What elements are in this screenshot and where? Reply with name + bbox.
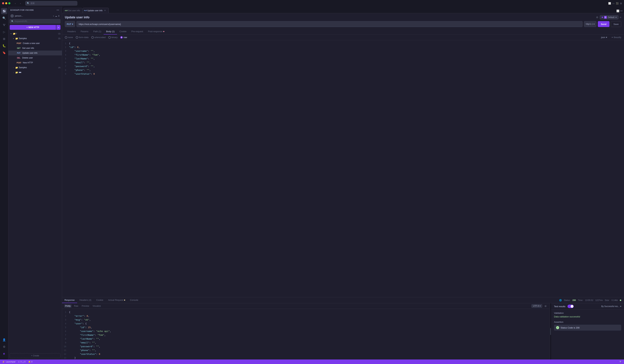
layout-icon[interactable]: ⬜	[608, 2, 611, 5]
create-button[interactable]: + Create	[10, 353, 60, 358]
maximize-button[interactable]	[8, 2, 10, 4]
resp-format-pretty[interactable]: Pretty	[64, 304, 72, 308]
tab-postresponse[interactable]: Post-response	[146, 29, 167, 34]
tree-item-redacted-folder[interactable]: › 📁 ■■	[8, 70, 62, 75]
new-http-button[interactable]: + NEW HTTP	[10, 25, 56, 30]
sidebar-icon-bug[interactable]: 🐛	[1, 43, 7, 49]
menu-icon[interactable]: ≡	[620, 16, 621, 19]
split-icon[interactable]: ⬛	[616, 2, 619, 5]
list-item-create-user[interactable]: POST Create a new user	[8, 41, 62, 46]
list-item-get-user[interactable]: GET Get user info	[8, 46, 62, 50]
panel-divider[interactable]	[550, 303, 551, 360]
sidebar-icon-bookmark[interactable]: 🔖	[1, 49, 7, 56]
body-option-binary[interactable]: binary	[108, 36, 118, 39]
beautify-button[interactable]: ✦ Beautify	[611, 36, 621, 39]
chevron-down-icon: ▾	[616, 16, 617, 19]
tree-item-samples-folder[interactable]: ▾ 📁 Samples (5)	[8, 36, 62, 41]
sidebar-icon-run[interactable]: ▷	[1, 29, 7, 35]
save-button[interactable]: Save	[611, 21, 621, 27]
tab-path[interactable]: Path (1)	[91, 29, 104, 34]
assertion-item: ✓ Status Code is 200	[554, 325, 621, 331]
body-editor[interactable]: 1 { 2 "id": 0, 3 "username": "", 4 "firs…	[62, 40, 624, 297]
panel-icon[interactable]: ▭	[612, 2, 615, 5]
resp-tab-response-label: Response	[64, 299, 75, 301]
tree-item-root-folder[interactable]: ▾ 📁 / (1)	[8, 31, 62, 36]
http-version-selector[interactable]: http/1.1 ▾	[584, 21, 597, 27]
cloud-sync-icon[interactable]: ☁	[55, 15, 57, 17]
tab-prerequest[interactable]: Pre-request	[129, 29, 146, 34]
body-option-raw[interactable]: raw	[120, 36, 127, 39]
resp-tab-response[interactable]: Response	[62, 297, 77, 303]
tab-params[interactable]: Params	[78, 29, 91, 34]
tab-headers-label: Headers	[67, 30, 76, 33]
test-results-toggle[interactable]	[568, 305, 574, 308]
method-badge-post: POST	[16, 62, 22, 64]
tab-body-label: Body (1)	[106, 30, 115, 33]
minimize-button[interactable]	[5, 2, 7, 4]
sidebar-icon-user[interactable]: 👤	[1, 337, 7, 343]
body-option-urlencoded[interactable]: urlencoded	[91, 36, 105, 39]
body-option-none[interactable]: none	[65, 36, 73, 39]
echoapi-icon[interactable]: e	[1, 350, 7, 357]
sidebar-icon-files[interactable]	[1, 8, 7, 14]
body-option-formdata[interactable]: form-data	[76, 36, 89, 39]
tab-body[interactable]: Body (1)	[104, 29, 117, 34]
resp-tab-headers[interactable]: Headers (4)	[77, 297, 94, 303]
account-chevron-icon[interactable]: ▾	[53, 15, 54, 17]
zoom-icon[interactable]: 🔍	[620, 361, 622, 363]
status-errors: ⚠ 0 △ 0	[18, 361, 25, 363]
by-successful-selector[interactable]: By Successful res... ▾	[601, 305, 621, 308]
sidebar-icon-extensions[interactable]: ⊞	[1, 36, 7, 42]
back-button[interactable]: ‹	[13, 1, 17, 5]
list-item-new-http[interactable]: POST New HTTP	[8, 60, 62, 65]
resp-format-visualize[interactable]: Visualize	[92, 304, 102, 308]
resp-format-raw[interactable]: Raw	[73, 304, 79, 308]
copy-button[interactable]: ⊞	[544, 304, 547, 308]
more-tabs-icon[interactable]: •••	[620, 9, 623, 12]
tab-get-user-info[interactable]: GET Get user info	[63, 8, 82, 13]
grid-icon[interactable]: ⊞	[620, 2, 622, 5]
resp-format-preview[interactable]: Preview	[81, 304, 90, 308]
tab-cookie[interactable]: Cookie	[117, 29, 129, 34]
sidebar-more-btn[interactable]: •••	[56, 8, 60, 12]
nav-buttons: ‹ ›	[13, 1, 23, 5]
new-http-dropdown[interactable]: ▾	[56, 25, 60, 30]
radio-none-label: none	[68, 36, 73, 39]
search-input[interactable]	[15, 20, 59, 23]
response-status-bar: 🌐 Status: 200 Time: 13:55:52 1227ms Size…	[556, 299, 624, 301]
titlebar-search[interactable]: 🔍 搜索	[25, 1, 77, 5]
settings-icon[interactable]: ⚙	[596, 16, 598, 19]
tab-update-user-info[interactable]: PUT Update user info ✕	[83, 8, 109, 13]
sidebar-icon-search[interactable]: 🔍	[1, 15, 7, 21]
resp-line-3: 3 "msg": "ok",	[62, 318, 550, 322]
plus-icon: +	[26, 26, 28, 28]
close-button[interactable]	[2, 2, 4, 4]
format-selector[interactable]: json ▾	[601, 36, 607, 39]
resp-tab-cookie[interactable]: Cookie	[94, 297, 105, 303]
forward-button[interactable]: ›	[18, 1, 23, 5]
send-button[interactable]: Send	[598, 21, 610, 27]
status-bar: ⚡ Launchpad ⚠ 0 △ 0 🔔 0 🔍	[0, 360, 624, 364]
method-selector[interactable]: PUT ▾	[65, 21, 75, 27]
list-item-update-user[interactable]: PUT Update user info	[8, 50, 62, 55]
resp-tab-actual-request-label: Actual Request	[108, 299, 123, 301]
sidebar-search-bar[interactable]: 🔍	[10, 19, 60, 24]
url-input[interactable]	[77, 21, 583, 27]
request-header: Update user info ⚙ D Default ▾ ≡	[62, 13, 624, 19]
environment-selector[interactable]: D Default ▾	[600, 15, 619, 19]
radio-none	[65, 36, 67, 39]
by-select-label: By Successful res...	[601, 305, 620, 308]
resp-tab-console[interactable]: Console	[128, 297, 141, 303]
traffic-lights	[2, 2, 10, 4]
encoding-selector[interactable]: UTF-8 ▾	[531, 304, 542, 308]
split-view-icon[interactable]: ⬜	[616, 9, 619, 12]
tab-headers[interactable]: Headers	[65, 29, 78, 34]
cloud-upload-icon[interactable]: ⬆	[58, 15, 60, 17]
sidebar-icon-git[interactable]	[1, 22, 7, 28]
resp-tab-actual-request[interactable]: Actual Request	[106, 297, 128, 303]
tree-item-samples2-folder[interactable]: › 📁 Samples (4)	[8, 65, 62, 70]
list-item-delete-user[interactable]: DEL Delete user	[8, 55, 62, 60]
sidebar-icon-settings[interactable]: ⚙	[1, 343, 7, 350]
tab-close-button[interactable]: ✕	[104, 9, 106, 12]
launchpad-label[interactable]: Launchpad	[6, 361, 15, 363]
